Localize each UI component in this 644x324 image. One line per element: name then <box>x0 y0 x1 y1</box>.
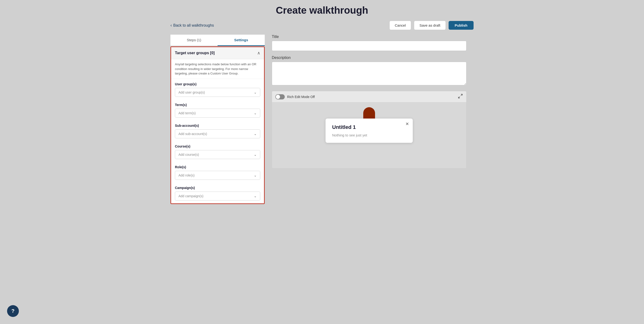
rich-edit-toggle-group: Rich Edit Mode Off <box>275 94 315 100</box>
preview-area: ✕ Untitled 1 Nothing to see just yet <box>272 102 466 168</box>
rich-edit-label: Rich Edit Mode Off <box>287 95 315 99</box>
user-groups-placeholder: Add user group(s) <box>178 90 205 94</box>
terms-dropdown[interactable]: Add term(s) ⌄ <box>175 109 260 118</box>
top-actions: Cancel Save as draft Publish <box>390 21 474 30</box>
cancel-button[interactable]: Cancel <box>390 21 411 30</box>
left-panel: Steps (1) Settings Target user groups [0… <box>170 35 265 204</box>
tab-settings[interactable]: Settings <box>218 35 265 46</box>
terms-label: Term(s) <box>175 103 260 107</box>
svg-line-0 <box>461 94 462 96</box>
chevron-left-icon: ‹ <box>170 23 172 28</box>
subaccounts-dropdown[interactable]: Add sub-account(s) ⌄ <box>175 129 260 138</box>
back-link[interactable]: ‹ Back to all walkthroughs <box>170 23 214 28</box>
chevron-down-icon: ⌄ <box>254 90 257 94</box>
courses-placeholder: Add course(s) <box>178 153 199 156</box>
campaigns-dropdown[interactable]: Add campaign(s) ⌄ <box>175 192 260 200</box>
terms-placeholder: Add term(s) <box>178 111 196 115</box>
courses-dropdown[interactable]: Add course(s) ⌄ <box>175 150 260 159</box>
main-content: Steps (1) Settings Target user groups [0… <box>170 35 474 204</box>
help-button[interactable]: ? <box>7 305 19 317</box>
title-input[interactable] <box>272 41 466 51</box>
target-panel-title: Target user groups [0] <box>175 51 215 55</box>
subaccounts-label: Sub-account(s) <box>175 124 260 128</box>
expand-icon[interactable] <box>458 94 463 100</box>
chevron-down-icon: ⌄ <box>254 111 257 115</box>
tabs-bar: Steps (1) Settings <box>170 35 265 46</box>
campaigns-placeholder: Add campaign(s) <box>178 194 204 198</box>
title-label: Title <box>272 35 466 39</box>
right-panel: Title Description Rich Edit Mode Off <box>265 35 474 204</box>
terms-section: Term(s) Add term(s) ⌄ <box>171 100 264 120</box>
collapse-icon[interactable]: ∧ <box>257 50 260 56</box>
subaccounts-placeholder: Add sub-account(s) <box>178 132 207 136</box>
rich-edit-bar: Rich Edit Mode Off <box>272 91 466 102</box>
title-field-group: Title <box>272 35 466 51</box>
user-groups-label: User group(s) <box>175 82 260 86</box>
chevron-down-icon: ⌄ <box>254 174 257 177</box>
description-input[interactable] <box>272 62 466 85</box>
chevron-down-icon: ⌄ <box>254 132 257 136</box>
avatar <box>363 107 375 119</box>
rich-edit-toggle[interactable] <box>275 94 285 100</box>
card-body: Nothing to see just yet <box>332 133 406 137</box>
tab-steps[interactable]: Steps (1) <box>170 35 218 46</box>
courses-label: Course(s) <box>175 144 260 148</box>
card-title: Untitled 1 <box>332 124 406 130</box>
back-label: Back to all walkthroughs <box>173 23 214 28</box>
target-panel-header: Target user groups [0] ∧ <box>171 47 264 59</box>
chevron-down-icon: ⌄ <box>254 153 257 156</box>
question-mark-icon: ? <box>11 308 14 314</box>
description-field-group: Description <box>272 56 466 86</box>
user-groups-dropdown[interactable]: Add user group(s) ⌄ <box>175 88 260 97</box>
target-panel-description: Any/all targeting selections made below … <box>171 59 264 79</box>
subaccounts-section: Sub-account(s) Add sub-account(s) ⌄ <box>171 120 264 141</box>
campaigns-section: Campaign(s) Add campaign(s) ⌄ <box>171 182 264 203</box>
roles-placeholder: Add role(s) <box>178 174 194 177</box>
close-icon[interactable]: ✕ <box>406 121 409 126</box>
user-groups-section: User group(s) Add user group(s) ⌄ <box>171 79 264 100</box>
target-user-groups-panel: Target user groups [0] ∧ Any/all targeti… <box>170 46 265 204</box>
page-title: Create walkthrough <box>170 5 474 16</box>
save-draft-button[interactable]: Save as draft <box>414 21 446 30</box>
courses-section: Course(s) Add course(s) ⌄ <box>171 141 264 162</box>
roles-label: Role(s) <box>175 165 260 169</box>
description-label: Description <box>272 56 466 60</box>
chevron-down-icon: ⌄ <box>254 194 257 198</box>
toggle-knob <box>276 95 280 99</box>
publish-button[interactable]: Publish <box>448 21 474 30</box>
roles-section: Role(s) Add role(s) ⌄ <box>171 162 264 182</box>
svg-line-1 <box>458 96 460 98</box>
roles-dropdown[interactable]: Add role(s) ⌄ <box>175 171 260 180</box>
top-bar: ‹ Back to all walkthroughs Cancel Save a… <box>170 21 474 30</box>
campaigns-label: Campaign(s) <box>175 186 260 190</box>
walkthrough-card: ✕ Untitled 1 Nothing to see just yet <box>326 118 413 143</box>
